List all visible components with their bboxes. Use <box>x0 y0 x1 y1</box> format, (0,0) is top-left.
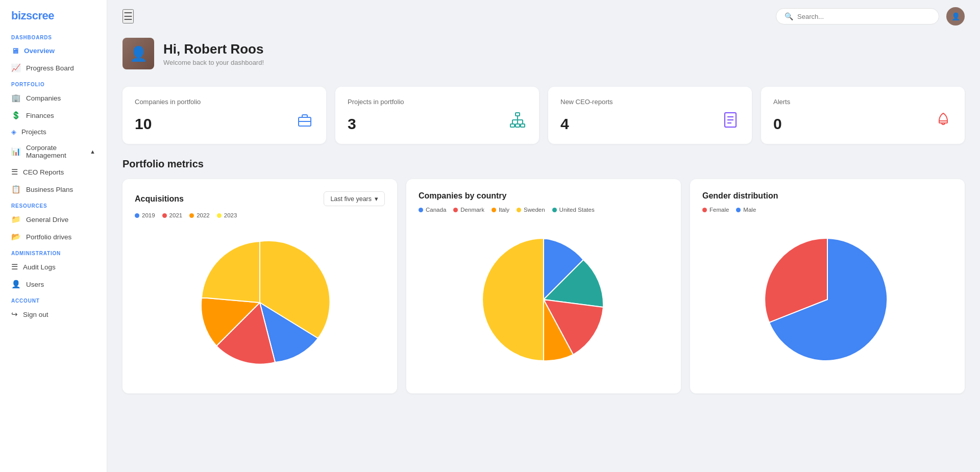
sidebar-item-companies[interactable]: 🏢 Companies <box>0 89 107 107</box>
acquisitions-chart-area <box>135 223 385 381</box>
chart-title: Acquisitions <box>135 194 184 204</box>
sidebar-item-progress-board[interactable]: 📈 Progress Board <box>0 59 107 77</box>
topbar-right: 🔍 👤 <box>776 7 965 26</box>
chart-legend: Female Male <box>702 207 952 213</box>
legend-dot <box>135 213 139 218</box>
chart-title: Gender distribution <box>702 191 778 201</box>
document-icon: 📋 <box>11 185 21 194</box>
sidebar-item-general-drive[interactable]: 📁 General Drive <box>0 211 107 228</box>
search-bar[interactable]: 🔍 <box>776 8 939 24</box>
chart-filter-dropdown[interactable]: Last five years ▾ <box>324 191 385 206</box>
briefcase-icon <box>296 111 314 133</box>
chart-legend: 2019 2021 2022 2023 <box>135 212 385 218</box>
user-avatar[interactable]: 👤 <box>946 7 965 26</box>
legend-dot <box>189 213 194 218</box>
search-input[interactable] <box>797 13 930 20</box>
legend-item-2021: 2021 <box>162 212 183 218</box>
sidebar-item-business-plans[interactable]: 📋 Business Plans <box>0 181 107 198</box>
chevron-up-icon: ▲ <box>90 148 95 155</box>
stat-card-label: Companies in portfolio <box>135 98 314 106</box>
charts-grid: Acquisitions Last five years ▾ 2019 2021 <box>122 179 965 393</box>
sidebar-item-label: Progress Board <box>26 64 74 72</box>
stat-card-alerts: Alerts 0 <box>761 87 965 144</box>
greeting-text: Hi, Robert Roos <box>163 41 264 57</box>
sidebar-item-label: Projects <box>21 128 46 136</box>
gender-pie-chart <box>756 228 899 371</box>
sidebar-item-users[interactable]: 👤 Users <box>0 276 107 293</box>
sidebar-item-corporate-management[interactable]: 📊 Corporate Management ▲ <box>0 140 107 163</box>
search-icon: 🔍 <box>785 12 793 20</box>
sidebar-item-audit-logs[interactable]: ☰ Audit Logs <box>0 258 107 276</box>
stat-cards: Companies in portfolio 10 Projects in po… <box>122 87 965 144</box>
legend-dot <box>217 213 222 218</box>
sidebar-item-projects[interactable]: ◈ Projects <box>0 124 107 140</box>
stat-card-label: Alerts <box>773 98 952 106</box>
legend-label: Denmark <box>460 207 484 213</box>
legend-label: 2022 <box>197 212 210 218</box>
chart-card-countries: Companies by country Canada Denmark Ital… <box>406 179 681 393</box>
list-icon: ☰ <box>11 167 18 177</box>
stat-card-projects: Projects in portfolio 3 <box>335 87 539 144</box>
sidebar-item-label: Overview <box>24 47 55 55</box>
legend-item-male: Male <box>736 207 756 213</box>
legend-dot <box>552 208 557 212</box>
dollar-icon: 💲 <box>11 111 21 120</box>
welcome-section: 👤 Hi, Robert Roos Welcome back to your d… <box>122 33 965 74</box>
stat-card-label: New CEO-reports <box>560 98 740 106</box>
section-label-administration: ADMINISTRATION <box>0 245 107 258</box>
sidebar-item-label: Companies <box>26 94 61 102</box>
countries-chart-area <box>419 218 669 381</box>
sidebar-item-sign-out[interactable]: ↪ Sign out <box>0 306 107 323</box>
legend-item-italy: Italy <box>492 207 509 213</box>
legend-label: Italy <box>499 207 509 213</box>
stat-card-companies: Companies in portfolio 10 <box>122 87 326 144</box>
legend-label: Female <box>709 207 729 213</box>
stat-card-body: 4 <box>560 111 740 133</box>
stat-card-value: 3 <box>348 115 356 133</box>
chart-header: Companies by country <box>419 191 669 201</box>
chart-header: Acquisitions Last five years ▾ <box>135 191 385 206</box>
legend-dot <box>736 208 741 212</box>
sidebar-item-portfolio-drives[interactable]: 📂 Portfolio drives <box>0 228 107 245</box>
sidebar-item-label: Business Plans <box>26 186 73 193</box>
chart-card-gender: Gender distribution Female Male <box>690 179 965 393</box>
legend-item-female: Female <box>702 207 729 213</box>
countries-pie-chart <box>472 228 615 371</box>
legend-label: 2023 <box>224 212 237 218</box>
acquisitions-pie-chart <box>188 231 331 374</box>
gender-chart-area <box>702 218 952 381</box>
chart-legend: Canada Denmark Italy Sweden <box>419 207 669 213</box>
legend-item-2022: 2022 <box>189 212 210 218</box>
svg-rect-5 <box>521 124 525 127</box>
folder-icon: 📁 <box>11 215 21 224</box>
filter-label: Last five years <box>330 195 372 203</box>
svg-rect-3 <box>510 124 514 127</box>
welcome-text: Hi, Robert Roos Welcome back to your das… <box>163 41 264 66</box>
chart-icon: 📈 <box>11 63 21 72</box>
section-label-portfolio: PORTFOLIO <box>0 77 107 89</box>
report-icon <box>721 111 740 133</box>
sidebar-item-finances[interactable]: 💲 Finances <box>0 107 107 124</box>
chart-bar-icon: 📊 <box>11 147 21 156</box>
svg-rect-2 <box>516 113 520 116</box>
signout-icon: ↪ <box>11 310 18 319</box>
chart-title: Companies by country <box>419 191 506 201</box>
sidebar-item-overview[interactable]: 🖥 Overview <box>0 42 107 59</box>
stat-card-body: 3 <box>348 111 527 133</box>
legend-label: 2021 <box>169 212 183 218</box>
legend-label: Canada <box>426 207 446 213</box>
stat-card-ceo-reports: New CEO-reports 4 <box>548 87 752 144</box>
chart-header: Gender distribution <box>702 191 952 201</box>
legend-dot <box>453 208 458 212</box>
legend-item-sweden: Sweden <box>517 207 545 213</box>
chevron-down-icon: ▾ <box>375 195 378 203</box>
section-label-account: ACCOUNT <box>0 293 107 306</box>
sidebar: bizscree DASHBOARDS 🖥 Overview 📈 Progres… <box>0 0 107 472</box>
brand-logo: bizscree <box>0 0 107 30</box>
avatar-initials: 👤 <box>951 12 960 20</box>
legend-item-denmark: Denmark <box>453 207 484 213</box>
sidebar-item-label: Audit Logs <box>23 263 56 271</box>
hamburger-button[interactable]: ☰ <box>122 9 134 23</box>
sidebar-item-ceo-reports[interactable]: ☰ CEO Reports <box>0 163 107 181</box>
legend-item-us: United States <box>552 207 595 213</box>
